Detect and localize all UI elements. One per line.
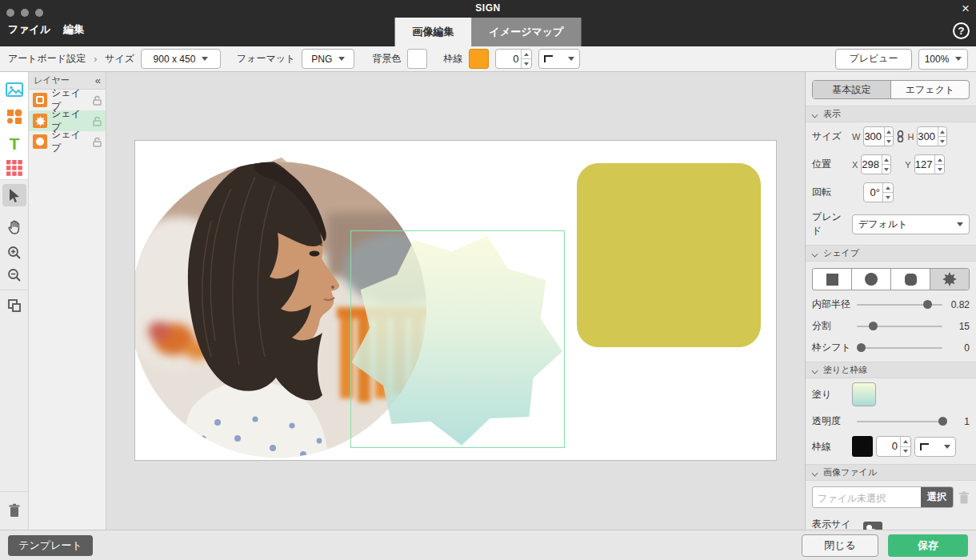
artboard-scene xyxy=(135,141,778,462)
footer-bar: テンプレート 閉じる 保存 xyxy=(0,530,976,560)
display-size-row: 表示サイズ xyxy=(806,514,976,530)
step-up-icon[interactable] xyxy=(524,53,529,56)
y-input[interactable]: 127 xyxy=(914,154,945,174)
shape-rounded-square-button[interactable] xyxy=(890,269,930,290)
section-image-file[interactable]: 画像ファイル xyxy=(806,464,976,481)
window-title: SIGN xyxy=(0,2,976,14)
tab-image-map[interactable]: イメージマップ xyxy=(472,18,582,46)
unlock-icon[interactable] xyxy=(93,95,102,106)
border-color-swatch[interactable] xyxy=(469,49,489,69)
unlock-icon[interactable] xyxy=(93,137,102,147)
divisions-row: 分割 15 xyxy=(806,315,976,337)
text-icon: T xyxy=(10,136,20,152)
section-display[interactable]: 表示 xyxy=(806,106,976,122)
display-size-icon[interactable] xyxy=(863,522,882,530)
divisions-slider[interactable] xyxy=(857,326,942,327)
corner-style-icon xyxy=(920,443,929,450)
file-select-button[interactable]: 選択 xyxy=(921,487,953,507)
chevron-down-icon xyxy=(202,57,208,61)
fill-color-swatch[interactable] xyxy=(852,382,876,406)
fill-row: 塗り xyxy=(806,378,976,410)
canvas-area[interactable] xyxy=(106,72,805,530)
stepper[interactable] xyxy=(521,50,531,68)
file-input[interactable]: ファイル未選択 選択 xyxy=(812,486,954,508)
step-down-icon[interactable] xyxy=(524,62,529,66)
breadcrumb: › xyxy=(94,54,97,65)
x-input[interactable]: 298 xyxy=(861,154,891,174)
blend-select[interactable]: デフォルト xyxy=(852,214,970,234)
rotation-row: 回転 0° xyxy=(806,178,976,206)
shapes-tool[interactable] xyxy=(2,106,26,128)
menu-file[interactable]: ファイル xyxy=(8,22,50,37)
shapes-icon xyxy=(6,109,22,125)
height-input[interactable]: 300 xyxy=(917,126,947,146)
grid-tool[interactable] xyxy=(2,157,26,179)
zoom-out-tool[interactable] xyxy=(2,264,26,286)
unlock-icon[interactable] xyxy=(93,116,102,126)
select-tool[interactable] xyxy=(2,184,26,206)
template-button[interactable]: テンプレート xyxy=(8,535,93,556)
tab-image-edit[interactable]: 画像編集 xyxy=(395,18,472,46)
layers-panel: レイヤー « シェイプ シェイプ xyxy=(29,72,106,530)
layer-row-circle[interactable]: シェイプ xyxy=(29,131,106,152)
tab-effects[interactable]: エフェクト xyxy=(890,81,969,98)
stroke-row: 枠線 0 xyxy=(806,432,976,464)
square-shape-icon xyxy=(33,93,47,107)
stroke-color-swatch[interactable] xyxy=(852,436,873,457)
chevron-down-icon xyxy=(955,57,962,61)
artboard-settings-label: アートボード設定 xyxy=(8,52,86,66)
collapse-panel-icon[interactable]: « xyxy=(95,74,101,86)
app-window: SIGN × ファイル 編集 画像編集 イメージマップ ? アートボード設定 ›… xyxy=(0,0,976,560)
inner-radius-slider[interactable] xyxy=(857,304,942,306)
help-icon[interactable]: ? xyxy=(953,22,970,39)
menu-edit[interactable]: 編集 xyxy=(63,22,84,37)
shape-star-button[interactable] xyxy=(930,269,969,290)
section-shape[interactable]: シェイプ xyxy=(806,245,976,262)
rotation-input[interactable]: 0° xyxy=(863,182,894,202)
hand-tool[interactable] xyxy=(2,216,26,238)
format-select[interactable]: PNG xyxy=(302,49,354,69)
link-icon[interactable] xyxy=(897,130,904,142)
menubar: ファイル 編集 xyxy=(8,22,84,37)
image-file-row: ファイル未選択 選択 xyxy=(812,486,970,508)
opacity-slider[interactable] xyxy=(857,421,942,422)
inspector-panel: 基本設定 エフェクト 表示 サイズ W 300 H xyxy=(805,72,976,530)
delete-tool[interactable] xyxy=(2,499,26,522)
stroke-width-input[interactable]: 0 xyxy=(876,436,911,457)
chevron-down-icon xyxy=(944,445,950,449)
chevron-down-icon xyxy=(812,251,818,255)
section-fill-border[interactable]: 塗りと枠線 xyxy=(806,362,976,378)
image-icon xyxy=(6,82,23,97)
star-shape-icon xyxy=(33,114,47,128)
text-tool[interactable]: T xyxy=(2,133,26,155)
bg-color-swatch[interactable] xyxy=(407,49,427,69)
size-row: サイズ W 300 H 300 xyxy=(806,122,976,150)
main-tabs: 画像編集 イメージマップ xyxy=(395,18,582,46)
blend-row: ブレンド デフォルト xyxy=(806,206,976,245)
save-button[interactable]: 保存 xyxy=(888,534,968,557)
chevron-down-icon xyxy=(812,368,818,372)
bg-color-label: 背景色 xyxy=(372,52,401,66)
tab-basic-settings[interactable]: 基本設定 xyxy=(813,81,890,98)
stroke-corner-select[interactable] xyxy=(914,437,956,457)
shift-slider[interactable] xyxy=(857,347,942,349)
duplicate-tool[interactable] xyxy=(2,294,26,317)
close-button[interactable]: 閉じる xyxy=(802,534,878,557)
width-input[interactable]: 300 xyxy=(863,126,894,146)
position-row: 位置 X 298 Y 127 xyxy=(806,150,976,178)
trash-icon[interactable] xyxy=(958,491,970,504)
zoom-select[interactable]: 100% xyxy=(918,49,968,70)
shape-circle-button[interactable] xyxy=(851,269,890,290)
trash-icon xyxy=(8,503,21,518)
border-corner-select[interactable] xyxy=(538,49,580,69)
shape-square-button[interactable] xyxy=(813,269,851,290)
chevron-down-icon xyxy=(957,222,963,226)
artboard-size-select[interactable]: 900 x 450 xyxy=(141,49,221,69)
preview-button[interactable]: プレビュー xyxy=(835,49,912,70)
artboard[interactable] xyxy=(134,140,777,461)
border-width-input[interactable]: 0 xyxy=(495,49,532,69)
border-label: 枠線 xyxy=(443,52,462,66)
zoom-in-tool[interactable] xyxy=(2,242,26,264)
close-icon[interactable]: × xyxy=(962,1,970,17)
image-tool[interactable] xyxy=(2,78,26,101)
